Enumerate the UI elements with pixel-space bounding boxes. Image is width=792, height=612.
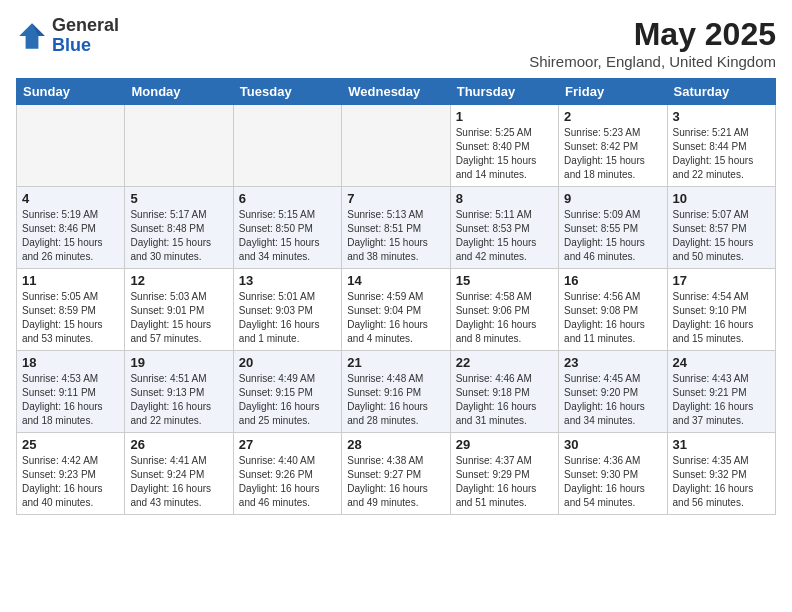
weekday-header-monday: Monday xyxy=(125,79,233,105)
day-info: Sunrise: 4:40 AM Sunset: 9:26 PM Dayligh… xyxy=(239,454,336,510)
day-info: Sunrise: 5:23 AM Sunset: 8:42 PM Dayligh… xyxy=(564,126,661,182)
day-info: Sunrise: 5:25 AM Sunset: 8:40 PM Dayligh… xyxy=(456,126,553,182)
day-info: Sunrise: 4:49 AM Sunset: 9:15 PM Dayligh… xyxy=(239,372,336,428)
calendar-cell: 17Sunrise: 4:54 AM Sunset: 9:10 PM Dayli… xyxy=(667,269,775,351)
logo-general: General xyxy=(52,16,119,36)
day-number: 21 xyxy=(347,355,444,370)
logo-icon xyxy=(16,20,48,52)
calendar-cell: 22Sunrise: 4:46 AM Sunset: 9:18 PM Dayli… xyxy=(450,351,558,433)
day-number: 16 xyxy=(564,273,661,288)
day-info: Sunrise: 4:56 AM Sunset: 9:08 PM Dayligh… xyxy=(564,290,661,346)
day-number: 8 xyxy=(456,191,553,206)
day-info: Sunrise: 5:19 AM Sunset: 8:46 PM Dayligh… xyxy=(22,208,119,264)
weekday-header-wednesday: Wednesday xyxy=(342,79,450,105)
day-info: Sunrise: 4:59 AM Sunset: 9:04 PM Dayligh… xyxy=(347,290,444,346)
calendar-cell: 1Sunrise: 5:25 AM Sunset: 8:40 PM Daylig… xyxy=(450,105,558,187)
calendar-cell: 9Sunrise: 5:09 AM Sunset: 8:55 PM Daylig… xyxy=(559,187,667,269)
day-info: Sunrise: 4:54 AM Sunset: 9:10 PM Dayligh… xyxy=(673,290,770,346)
calendar-cell: 31Sunrise: 4:35 AM Sunset: 9:32 PM Dayli… xyxy=(667,433,775,515)
day-number: 1 xyxy=(456,109,553,124)
calendar-cell: 24Sunrise: 4:43 AM Sunset: 9:21 PM Dayli… xyxy=(667,351,775,433)
day-info: Sunrise: 5:03 AM Sunset: 9:01 PM Dayligh… xyxy=(130,290,227,346)
calendar-cell: 4Sunrise: 5:19 AM Sunset: 8:46 PM Daylig… xyxy=(17,187,125,269)
calendar-cell: 15Sunrise: 4:58 AM Sunset: 9:06 PM Dayli… xyxy=(450,269,558,351)
week-row-4: 18Sunrise: 4:53 AM Sunset: 9:11 PM Dayli… xyxy=(17,351,776,433)
calendar-cell xyxy=(233,105,341,187)
calendar-cell: 16Sunrise: 4:56 AM Sunset: 9:08 PM Dayli… xyxy=(559,269,667,351)
calendar-cell: 14Sunrise: 4:59 AM Sunset: 9:04 PM Dayli… xyxy=(342,269,450,351)
day-info: Sunrise: 4:37 AM Sunset: 9:29 PM Dayligh… xyxy=(456,454,553,510)
calendar-cell: 8Sunrise: 5:11 AM Sunset: 8:53 PM Daylig… xyxy=(450,187,558,269)
location: Shiremoor, England, United Kingdom xyxy=(529,53,776,70)
weekday-header-friday: Friday xyxy=(559,79,667,105)
logo-blue: Blue xyxy=(52,36,119,56)
calendar-cell: 2Sunrise: 5:23 AM Sunset: 8:42 PM Daylig… xyxy=(559,105,667,187)
day-number: 24 xyxy=(673,355,770,370)
day-info: Sunrise: 5:09 AM Sunset: 8:55 PM Dayligh… xyxy=(564,208,661,264)
weekday-header-thursday: Thursday xyxy=(450,79,558,105)
day-number: 28 xyxy=(347,437,444,452)
day-number: 15 xyxy=(456,273,553,288)
day-number: 31 xyxy=(673,437,770,452)
calendar-cell xyxy=(17,105,125,187)
calendar-cell: 30Sunrise: 4:36 AM Sunset: 9:30 PM Dayli… xyxy=(559,433,667,515)
calendar-cell: 27Sunrise: 4:40 AM Sunset: 9:26 PM Dayli… xyxy=(233,433,341,515)
calendar-cell xyxy=(342,105,450,187)
day-info: Sunrise: 4:41 AM Sunset: 9:24 PM Dayligh… xyxy=(130,454,227,510)
day-number: 12 xyxy=(130,273,227,288)
day-info: Sunrise: 4:53 AM Sunset: 9:11 PM Dayligh… xyxy=(22,372,119,428)
day-number: 18 xyxy=(22,355,119,370)
day-number: 10 xyxy=(673,191,770,206)
calendar-cell: 18Sunrise: 4:53 AM Sunset: 9:11 PM Dayli… xyxy=(17,351,125,433)
day-number: 25 xyxy=(22,437,119,452)
calendar-cell xyxy=(125,105,233,187)
day-info: Sunrise: 4:48 AM Sunset: 9:16 PM Dayligh… xyxy=(347,372,444,428)
calendar-cell: 23Sunrise: 4:45 AM Sunset: 9:20 PM Dayli… xyxy=(559,351,667,433)
day-number: 6 xyxy=(239,191,336,206)
week-row-2: 4Sunrise: 5:19 AM Sunset: 8:46 PM Daylig… xyxy=(17,187,776,269)
calendar-table: SundayMondayTuesdayWednesdayThursdayFrid… xyxy=(16,78,776,515)
calendar-cell: 6Sunrise: 5:15 AM Sunset: 8:50 PM Daylig… xyxy=(233,187,341,269)
weekday-header-tuesday: Tuesday xyxy=(233,79,341,105)
logo: General Blue xyxy=(16,16,119,56)
day-number: 9 xyxy=(564,191,661,206)
day-info: Sunrise: 5:21 AM Sunset: 8:44 PM Dayligh… xyxy=(673,126,770,182)
logo-text: General Blue xyxy=(52,16,119,56)
calendar-cell: 10Sunrise: 5:07 AM Sunset: 8:57 PM Dayli… xyxy=(667,187,775,269)
day-number: 14 xyxy=(347,273,444,288)
day-number: 27 xyxy=(239,437,336,452)
day-info: Sunrise: 5:13 AM Sunset: 8:51 PM Dayligh… xyxy=(347,208,444,264)
day-info: Sunrise: 5:15 AM Sunset: 8:50 PM Dayligh… xyxy=(239,208,336,264)
day-number: 26 xyxy=(130,437,227,452)
calendar-cell: 11Sunrise: 5:05 AM Sunset: 8:59 PM Dayli… xyxy=(17,269,125,351)
month-year: May 2025 xyxy=(529,16,776,53)
day-info: Sunrise: 5:07 AM Sunset: 8:57 PM Dayligh… xyxy=(673,208,770,264)
calendar-cell: 5Sunrise: 5:17 AM Sunset: 8:48 PM Daylig… xyxy=(125,187,233,269)
calendar-cell: 20Sunrise: 4:49 AM Sunset: 9:15 PM Dayli… xyxy=(233,351,341,433)
day-info: Sunrise: 4:43 AM Sunset: 9:21 PM Dayligh… xyxy=(673,372,770,428)
page-header: General Blue May 2025 Shiremoor, England… xyxy=(16,16,776,70)
day-info: Sunrise: 5:11 AM Sunset: 8:53 PM Dayligh… xyxy=(456,208,553,264)
calendar-cell: 28Sunrise: 4:38 AM Sunset: 9:27 PM Dayli… xyxy=(342,433,450,515)
day-info: Sunrise: 5:05 AM Sunset: 8:59 PM Dayligh… xyxy=(22,290,119,346)
weekday-header-sunday: Sunday xyxy=(17,79,125,105)
calendar-cell: 3Sunrise: 5:21 AM Sunset: 8:44 PM Daylig… xyxy=(667,105,775,187)
week-row-3: 11Sunrise: 5:05 AM Sunset: 8:59 PM Dayli… xyxy=(17,269,776,351)
day-number: 17 xyxy=(673,273,770,288)
calendar-cell: 19Sunrise: 4:51 AM Sunset: 9:13 PM Dayli… xyxy=(125,351,233,433)
day-number: 7 xyxy=(347,191,444,206)
day-number: 5 xyxy=(130,191,227,206)
day-info: Sunrise: 4:38 AM Sunset: 9:27 PM Dayligh… xyxy=(347,454,444,510)
day-info: Sunrise: 4:36 AM Sunset: 9:30 PM Dayligh… xyxy=(564,454,661,510)
day-number: 19 xyxy=(130,355,227,370)
week-row-1: 1Sunrise: 5:25 AM Sunset: 8:40 PM Daylig… xyxy=(17,105,776,187)
day-number: 3 xyxy=(673,109,770,124)
calendar-cell: 29Sunrise: 4:37 AM Sunset: 9:29 PM Dayli… xyxy=(450,433,558,515)
calendar-cell: 21Sunrise: 4:48 AM Sunset: 9:16 PM Dayli… xyxy=(342,351,450,433)
day-number: 22 xyxy=(456,355,553,370)
day-info: Sunrise: 4:58 AM Sunset: 9:06 PM Dayligh… xyxy=(456,290,553,346)
day-info: Sunrise: 4:46 AM Sunset: 9:18 PM Dayligh… xyxy=(456,372,553,428)
calendar-cell: 13Sunrise: 5:01 AM Sunset: 9:03 PM Dayli… xyxy=(233,269,341,351)
day-number: 30 xyxy=(564,437,661,452)
day-number: 29 xyxy=(456,437,553,452)
